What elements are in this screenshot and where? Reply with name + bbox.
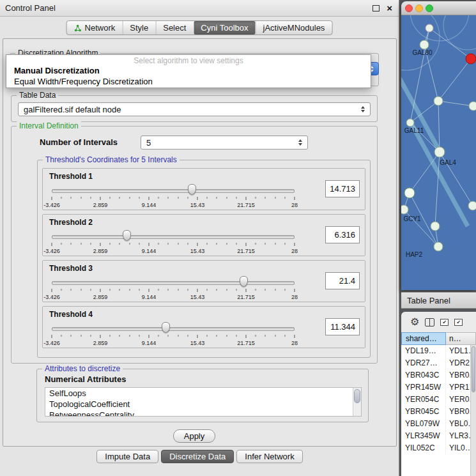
interval-definition-group: Interval Definition Number of Intervals … [11,126,378,364]
attribute-list-item-selfloops[interactable]: SelfLoops [45,388,361,399]
slider-thumb[interactable] [162,322,170,333]
network-node[interactable] [466,54,476,64]
algorithm-option-equal-width-frequency-discretization[interactable]: Equal Width/Frequency Discretization [6,76,371,87]
tick-mark [275,289,275,291]
column-header-shared-name[interactable]: shared… [401,332,446,345]
number-of-intervals-label: Number of Intervals [40,137,118,147]
table-row[interactable]: YBR043CYBR0… [401,369,470,381]
table-row[interactable]: YER054CYER0… [401,394,470,406]
table-scrollbar[interactable] [470,345,476,476]
threshold-slider[interactable]: -3.4262.8599.14415.4321.71528 [52,275,295,300]
tick-mark [178,197,178,199]
table-data-combo[interactable]: galFiltered.sif default node [18,102,371,116]
network-node[interactable] [469,102,476,111]
gear-icon[interactable]: ⚙ [410,317,419,327]
table-cell-shared-name: YDL19… [401,345,446,357]
table-row[interactable]: YBL079WYBL0… [401,418,470,430]
network-node[interactable] [434,96,443,105]
tick-mark [236,197,236,199]
tick-mark [61,243,62,245]
algorithm-option-manual-discretization[interactable]: Manual Discretization [6,65,371,76]
threshold-slider[interactable]: -3.4262.8599.14415.4321.71528 [52,229,295,254]
zoom-traffic-light-icon[interactable] [426,4,433,12]
select-all-columns-icon[interactable]: ✔ [440,319,449,326]
tab-label: jActiveMNodules [263,23,325,33]
attributes-scrollbar-thumb[interactable] [354,389,360,403]
table-row[interactable]: YLR345WYLR3… [401,430,470,442]
slider-thumb[interactable] [188,184,196,195]
interval-definition-title: Interval Definition [17,121,81,130]
threshold-slider[interactable]: -3.4262.8599.14415.4321.71528 [52,183,295,208]
threshold-value-field[interactable]: 14.713 [325,180,360,197]
network-node-gal11[interactable] [406,119,414,127]
threshold-4-panel: Threshold 4-3.4262.8599.14415.4321.71528… [42,306,365,348]
network-node-gal80[interactable] [420,40,429,49]
network-node-gcy1[interactable] [401,205,408,214]
tick-mark [71,335,72,337]
bottom-tab-discretize-data[interactable]: Discretize Data [161,450,234,463]
slider-ticks [52,335,295,339]
numerical-attributes-list[interactable]: SelfLoopsTopologicalCoefficientBetweenne… [45,387,362,417]
control-panel-title: Control Panel [5,3,56,13]
network-node[interactable] [404,188,415,198]
bottom-tab-infer-network[interactable]: Infer Network [236,450,302,463]
tab-select[interactable]: Select [155,21,193,35]
table-cell-shared-name: YPR145W [401,381,446,394]
tick-mark [71,197,72,199]
network-node[interactable] [431,222,440,231]
tick-mark [81,289,81,291]
table-scrollbar-thumb[interactable] [472,346,475,392]
popup-header: Select algorithm to view settings [6,55,371,65]
tick-mark [81,243,81,245]
slider-tick-labels: -3.4262.8599.14415.4321.71528 [52,248,295,255]
tick-mark [168,289,169,291]
tick-mark [207,243,208,245]
close-traffic-light-icon[interactable] [405,4,413,12]
slider-thumb[interactable] [123,230,131,241]
table-row[interactable]: YDR27…YDR2… [401,357,470,369]
table-row[interactable]: YDL19…YDL1… [401,345,470,357]
network-node-label: GAL11 [404,127,424,134]
minimize-traffic-light-icon[interactable] [415,4,423,12]
threshold-value-field[interactable]: 6.316 [325,226,360,243]
tab-cyni-toolbox[interactable]: Cyni Toolbox [193,21,255,35]
network-canvas[interactable]: GAL80GAL11GAL4GCY1HAP2 [401,15,476,290]
network-node[interactable] [426,24,433,32]
attribute-list-item-betweennesscentrality[interactable]: BetweennessCentrality [45,410,361,417]
slider-thumb[interactable] [240,276,248,287]
tab-label: Style [130,23,148,33]
table-row[interactable]: YIL052CYIL0… [401,442,470,454]
column-header-name[interactable]: n… [446,332,476,345]
close-window-icon[interactable]: × [387,3,392,13]
table-cell-shared-name: YDR27… [401,357,446,369]
tick-mark [187,335,188,337]
tick-mark [119,289,120,291]
attribute-list-item-topologicalcoefficient[interactable]: TopologicalCoefficient [45,399,361,410]
tab-style[interactable]: Style [122,21,155,35]
tick-mark [158,243,159,245]
network-node-hap2[interactable] [434,242,443,251]
threshold-value-field[interactable]: 11.344 [325,318,360,335]
network-node[interactable] [468,201,476,210]
tick-label: 9.144 [142,340,157,346]
attributes-group-title: Attributes to discretize [42,364,123,373]
tick-mark [197,289,198,292]
float-window-icon[interactable] [372,5,380,12]
tab-jactivemnodules[interactable]: jActiveMNodules [256,21,332,35]
network-node-gal4[interactable] [434,147,445,157]
table-row[interactable]: YBR045CYBR0… [401,406,470,418]
tab-network[interactable]: Network [67,21,123,35]
attributes-scrollbar[interactable] [353,388,361,416]
number-of-intervals-combo[interactable]: 5 [141,135,308,150]
bottom-tab-impute-data[interactable]: Impute Data [96,450,158,463]
columns-icon[interactable] [425,318,434,326]
table-row[interactable]: YPR145WYPR1… [401,381,470,394]
apply-button[interactable]: Apply [173,429,215,443]
thresholds-group-title: Threshold's Coordinates for 5 Intervals [43,155,180,164]
threshold-slider[interactable]: -3.4262.8599.14415.4321.71528 [52,321,295,346]
deselect-columns-icon[interactable]: ✔ [454,319,463,326]
threshold-value-field[interactable]: 21.4 [325,272,360,289]
top-tab-bar: NetworkStyleSelectCyni ToolboxjActiveMNo… [66,20,333,35]
table-data-group: Table Data galFiltered.sif default node [11,95,378,122]
tick-mark [100,243,101,246]
